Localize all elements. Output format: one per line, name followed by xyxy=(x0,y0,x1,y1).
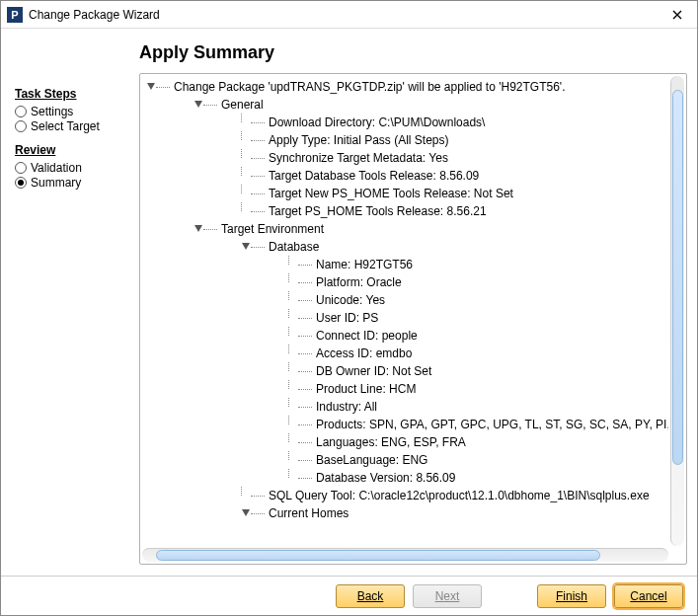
collapse-icon[interactable] xyxy=(241,508,251,518)
page-title: Apply Summary xyxy=(1,29,697,73)
tree-item: SQL Query Tool: C:\oracle12c\product\12.… xyxy=(241,487,668,504)
next-button: Next xyxy=(413,584,482,608)
tree-item: Synchronize Target Metadata: Yes xyxy=(241,149,668,167)
collapse-icon[interactable] xyxy=(146,82,156,92)
nav-group-review: Review xyxy=(15,143,131,157)
tree-item: DB Owner ID: Not Set xyxy=(288,362,668,380)
tree-target-env[interactable]: Target Environment Database Name: H92TGT… xyxy=(194,220,668,522)
svg-marker-0 xyxy=(147,83,155,90)
tree-item: Name: H92TGT56 xyxy=(288,256,668,273)
tree-item: Connect ID: people xyxy=(288,327,668,345)
radio-icon xyxy=(15,106,27,117)
tree-item: BaseLanguage: ENG xyxy=(288,451,668,469)
tree-item: Target New PS_HOME Tools Release: Not Se… xyxy=(241,185,668,202)
wizard-footer: Back Next Finish Cancel xyxy=(1,576,697,615)
svg-marker-1 xyxy=(194,101,202,108)
collapse-icon[interactable] xyxy=(241,242,251,252)
tree-item: Access ID: emdbo xyxy=(288,345,668,362)
tree-item: Products: SPN, GPA, GPT, GPC, UPG, TL, S… xyxy=(288,416,668,433)
tree-item: Download Directory: C:\PUM\Downloads\ xyxy=(241,114,668,131)
tree-item: Unicode: Yes xyxy=(288,291,668,309)
wizard-nav: Task Steps Settings Select Target Review… xyxy=(1,73,139,590)
finish-button[interactable]: Finish xyxy=(537,584,606,608)
close-button[interactable] xyxy=(663,4,691,26)
radio-icon xyxy=(15,177,27,189)
collapse-icon[interactable] xyxy=(194,224,203,234)
scroll-thumb[interactable] xyxy=(672,90,683,465)
tree-item: Languages: ENG, ESP, FRA xyxy=(288,433,668,451)
tree-database[interactable]: Database Name: H92TGT56 Platform: Oracle… xyxy=(241,238,668,487)
summary-tree: Change Package 'updTRANS_PKGTDP.zip' wil… xyxy=(139,73,687,565)
nav-item-label: Settings xyxy=(31,105,73,118)
radio-icon xyxy=(15,162,27,174)
nav-item-label: Validation xyxy=(31,161,82,175)
scroll-thumb[interactable] xyxy=(156,550,600,561)
tree-item: Platform: Oracle xyxy=(288,273,668,291)
cancel-button[interactable]: Cancel xyxy=(614,584,683,608)
close-icon xyxy=(672,10,682,20)
app-icon: P xyxy=(7,7,23,23)
horizontal-scrollbar[interactable] xyxy=(142,548,668,562)
tree-item: Apply Type: Initial Pass (All Steps) xyxy=(241,131,668,149)
tree-label: Database xyxy=(269,240,319,254)
tree-general[interactable]: General Download Directory: C:\PUM\Downl… xyxy=(194,96,668,220)
svg-marker-2 xyxy=(194,225,202,232)
titlebar: P Change Package Wizard xyxy=(1,1,697,29)
nav-item-summary[interactable]: Summary xyxy=(15,176,131,190)
nav-item-label: Select Target xyxy=(31,119,100,133)
vertical-scrollbar[interactable] xyxy=(670,76,684,546)
nav-group-task-steps: Task Steps xyxy=(15,87,131,101)
tree-label: Current Homes xyxy=(269,506,349,520)
radio-icon xyxy=(15,120,27,132)
nav-item-select-target[interactable]: Select Target xyxy=(15,119,131,133)
tree-current-homes[interactable]: Current Homes xyxy=(241,504,668,522)
tree-label: Change Package 'updTRANS_PKGTDP.zip' wil… xyxy=(174,80,565,94)
svg-marker-3 xyxy=(242,243,250,250)
nav-item-label: Summary xyxy=(31,176,81,190)
tree-root[interactable]: Change Package 'updTRANS_PKGTDP.zip' wil… xyxy=(146,78,668,522)
window-title: Change Package Wizard xyxy=(29,8,663,22)
back-button[interactable]: Back xyxy=(336,584,405,608)
tree-item: Product Line: HCM xyxy=(288,380,668,398)
tree-item: Target PS_HOME Tools Release: 8.56.21 xyxy=(241,202,668,220)
tree-label: General xyxy=(221,98,264,112)
tree-item: Target Database Tools Release: 8.56.09 xyxy=(241,167,668,185)
tree-item: Industry: All xyxy=(288,398,668,416)
collapse-icon[interactable] xyxy=(194,100,203,110)
tree-item: User ID: PS xyxy=(288,309,668,327)
tree-item: Database Version: 8.56.09 xyxy=(288,469,668,487)
tree-label: Target Environment xyxy=(221,222,324,236)
nav-item-validation[interactable]: Validation xyxy=(15,161,131,175)
nav-item-settings[interactable]: Settings xyxy=(15,105,131,118)
svg-marker-4 xyxy=(242,509,250,516)
